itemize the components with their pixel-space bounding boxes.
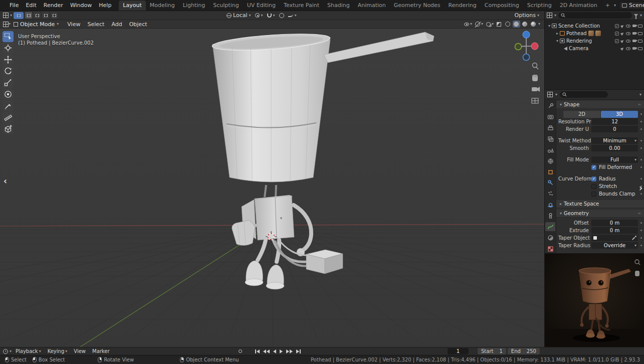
outliner-search-input[interactable] bbox=[558, 12, 632, 19]
selectable-icon[interactable] bbox=[620, 39, 624, 43]
tool-measure-button[interactable] bbox=[3, 112, 14, 123]
properties-search-input[interactable] bbox=[560, 91, 608, 98]
hide-eye-icon[interactable] bbox=[626, 40, 630, 43]
viewport-visibility-icon[interactable] bbox=[638, 40, 642, 43]
filter-icon[interactable] bbox=[634, 14, 638, 17]
filter-dropdown-icon[interactable]: ▾ bbox=[640, 14, 642, 18]
proportional-editing-toggle[interactable] bbox=[279, 13, 284, 18]
pivot-point-dropdown[interactable]: ▾ bbox=[255, 13, 263, 18]
animate-dot[interactable] bbox=[638, 113, 644, 115]
outliner-editor-dropdown-icon[interactable]: ▾ bbox=[554, 14, 556, 18]
marker-menu[interactable]: Marker bbox=[90, 348, 112, 354]
animate-dot[interactable] bbox=[638, 166, 644, 168]
next-keyframe-button[interactable] bbox=[286, 349, 293, 353]
tab-material[interactable] bbox=[545, 233, 555, 242]
expander-icon[interactable]: ▾ bbox=[555, 39, 560, 43]
hide-eye-icon[interactable] bbox=[626, 25, 630, 28]
bounds-clamp-checkbox[interactable] bbox=[591, 192, 596, 197]
tab-render[interactable] bbox=[545, 113, 555, 122]
xray-toggle[interactable] bbox=[497, 22, 501, 27]
viewport-menu-item[interactable]: Object bbox=[126, 21, 151, 28]
selectable-icon[interactable] bbox=[620, 46, 624, 50]
viewport-visibility-icon[interactable] bbox=[638, 25, 642, 28]
animate-dot[interactable] bbox=[638, 159, 644, 160]
outliner-row-scene-collection[interactable]: ▾ Scene Collection ✓ bbox=[545, 22, 644, 30]
timeline-editor-type-icon[interactable] bbox=[3, 349, 8, 354]
gizmos-dropdown[interactable]: ▾ bbox=[475, 22, 483, 27]
fill-mode-dropdown[interactable]: Full▾ bbox=[591, 156, 638, 163]
offset-field[interactable]: 0 m bbox=[591, 220, 638, 226]
shading-rendered-button[interactable] bbox=[530, 21, 537, 28]
dimension-3d-button[interactable]: 3D bbox=[601, 111, 638, 118]
panel-geometry-header[interactable]: ▾ Geometry ≡ bbox=[556, 210, 644, 218]
viewport-menu-item[interactable]: View bbox=[64, 21, 84, 28]
tab-modifiers[interactable] bbox=[545, 178, 555, 188]
outliner-editor-type-icon[interactable] bbox=[547, 13, 552, 18]
timeline-editor-dropdown-icon[interactable]: ▾ bbox=[10, 349, 12, 353]
tab-particles[interactable] bbox=[545, 190, 555, 199]
tool-rotate-button[interactable] bbox=[3, 66, 14, 77]
animate-dot[interactable] bbox=[638, 178, 644, 179]
workspace-tab[interactable]: 2D Animation bbox=[556, 1, 601, 11]
camera-view-button[interactable] bbox=[532, 87, 540, 92]
tab-object-data[interactable] bbox=[545, 222, 555, 231]
radius-checkbox[interactable]: ✓ bbox=[591, 176, 596, 181]
end-frame-field[interactable]: End250 bbox=[508, 348, 540, 354]
outliner-row-camera[interactable]: Camera bbox=[545, 45, 644, 52]
expand-toolbar-arrow[interactable]: ‹ bbox=[4, 177, 7, 186]
start-frame-field[interactable]: Start1 bbox=[478, 348, 506, 354]
view-menu[interactable]: View bbox=[71, 348, 88, 354]
mode-dropdown[interactable]: Object Mode ▾ bbox=[11, 21, 62, 28]
twist-method-dropdown[interactable]: Minimum▾ bbox=[591, 137, 638, 144]
smooth-field[interactable]: 0.00 bbox=[591, 145, 638, 151]
animate-dot[interactable] bbox=[638, 121, 644, 122]
render-visibility-icon[interactable] bbox=[632, 40, 636, 42]
axis-y-neg-ball[interactable] bbox=[515, 44, 522, 50]
taper-radius-dropdown[interactable]: Override▾ bbox=[591, 242, 638, 249]
current-frame-field[interactable]: 1 bbox=[448, 348, 469, 354]
shading-solid-button[interactable] bbox=[513, 21, 520, 28]
fill-deformed-checkbox[interactable]: ✓ bbox=[591, 165, 596, 170]
render-visibility-icon[interactable] bbox=[632, 47, 636, 50]
menu-item[interactable]: Render bbox=[40, 2, 67, 9]
workspace-tab[interactable]: Compositing bbox=[481, 1, 523, 11]
shading-wireframe-button[interactable] bbox=[504, 21, 512, 28]
selectable-icon[interactable] bbox=[620, 31, 624, 35]
menu-item[interactable]: Window bbox=[67, 2, 95, 9]
tab-physics[interactable] bbox=[545, 201, 555, 210]
jump-to-start-button[interactable] bbox=[255, 349, 260, 353]
animate-dot[interactable] bbox=[638, 230, 644, 231]
render-visibility-icon[interactable] bbox=[632, 25, 636, 27]
hide-eye-icon[interactable] bbox=[626, 47, 630, 50]
properties-editor-type-icon[interactable] bbox=[547, 92, 553, 97]
tab-tool[interactable] bbox=[545, 102, 555, 111]
tool-move-button[interactable] bbox=[3, 54, 14, 65]
stretch-checkbox[interactable] bbox=[591, 184, 596, 189]
axis-z-ball[interactable] bbox=[523, 31, 530, 38]
animate-dot[interactable] bbox=[638, 237, 644, 239]
outliner-row-pothead[interactable]: ▸ Pothead ✓ bbox=[545, 30, 644, 37]
workspace-tab[interactable]: Geometry Nodes bbox=[390, 1, 445, 11]
workspace-tab[interactable]: Animation bbox=[354, 1, 390, 11]
tool-select-box-button[interactable] bbox=[3, 31, 14, 42]
taper-object-field[interactable] bbox=[591, 235, 638, 241]
expander-icon[interactable]: ▸ bbox=[555, 31, 560, 36]
selectable-icon[interactable] bbox=[620, 24, 624, 28]
select-mode-new-button[interactable] bbox=[25, 12, 32, 19]
viewport-menu-item[interactable]: Add bbox=[108, 21, 125, 28]
tab-constraints[interactable] bbox=[545, 212, 555, 221]
workspace-tab[interactable]: Lighting bbox=[179, 1, 209, 11]
tool-scale-button[interactable] bbox=[3, 77, 14, 88]
properties-filter-dropdown-icon[interactable]: ▾ bbox=[639, 93, 641, 97]
workspace-tab[interactable]: Layout bbox=[119, 1, 145, 11]
checkbox-icon[interactable]: ✓ bbox=[615, 39, 619, 43]
menu-item[interactable]: Edit bbox=[22, 2, 40, 9]
tab-output[interactable] bbox=[545, 124, 555, 133]
viewport-canvas[interactable] bbox=[0, 29, 544, 347]
menu-item[interactable]: File bbox=[6, 2, 22, 9]
properties-editor-dropdown-icon[interactable]: ▾ bbox=[555, 93, 557, 97]
tab-view-layer[interactable] bbox=[545, 135, 555, 144]
select-mode-extend-button[interactable] bbox=[34, 12, 41, 19]
viewport-editor-type-icon[interactable] bbox=[3, 22, 9, 27]
shading-dropdown-icon[interactable]: ▾ bbox=[538, 22, 540, 26]
